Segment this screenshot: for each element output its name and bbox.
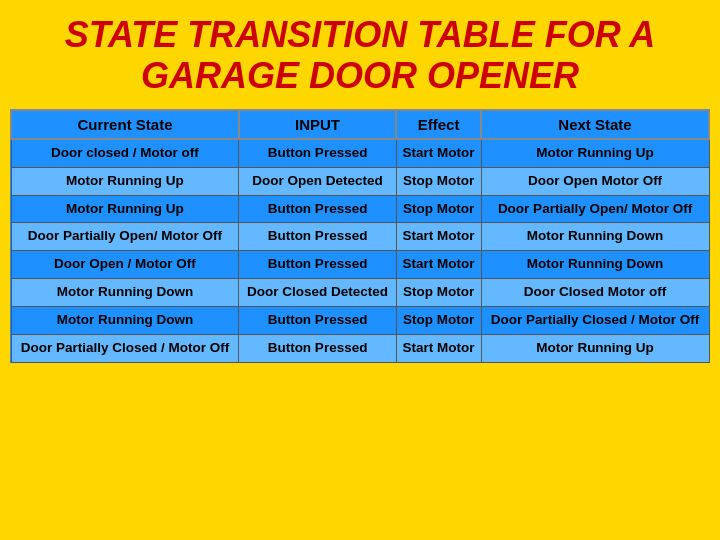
input-cell: Door Closed Detected	[239, 279, 396, 307]
next-state-cell: Motor Running Up	[481, 139, 709, 167]
current-state-cell: Motor Running Down	[11, 279, 239, 307]
effect-cell: Start Motor	[396, 334, 481, 362]
table-row: Door Partially Closed / Motor OffButton …	[11, 334, 709, 362]
table-row: Motor Running UpDoor Open DetectedStop M…	[11, 167, 709, 195]
table-row: Door closed / Motor offButton PressedSta…	[11, 139, 709, 167]
table-wrapper: Current State INPUT Effect Next State Do…	[0, 107, 720, 371]
table-row: Motor Running DownDoor Closed DetectedSt…	[11, 279, 709, 307]
next-state-cell: Door Partially Closed / Motor Off	[481, 307, 709, 335]
effect-cell: Start Motor	[396, 139, 481, 167]
table-row: Motor Running UpButton PressedStop Motor…	[11, 195, 709, 223]
input-cell: Button Pressed	[239, 334, 396, 362]
table-row: Motor Running DownButton PressedStop Mot…	[11, 307, 709, 335]
effect-cell: Stop Motor	[396, 279, 481, 307]
table-row: Door Partially Open/ Motor OffButton Pre…	[11, 223, 709, 251]
table-row: Door Open / Motor OffButton PressedStart…	[11, 251, 709, 279]
effect-cell: Start Motor	[396, 251, 481, 279]
input-cell: Door Open Detected	[239, 167, 396, 195]
input-cell: Button Pressed	[239, 139, 396, 167]
state-transition-table: Current State INPUT Effect Next State Do…	[10, 109, 710, 363]
effect-cell: Stop Motor	[396, 167, 481, 195]
input-cell: Button Pressed	[239, 223, 396, 251]
input-cell: Button Pressed	[239, 251, 396, 279]
next-state-cell: Motor Running Down	[481, 223, 709, 251]
col-header-current-state: Current State	[11, 110, 239, 139]
current-state-cell: Door Partially Open/ Motor Off	[11, 223, 239, 251]
page-header: STATE TRANSITION TABLE FOR A GARAGE DOOR…	[0, 0, 720, 107]
next-state-cell: Door Closed Motor off	[481, 279, 709, 307]
current-state-cell: Door Partially Closed / Motor Off	[11, 334, 239, 362]
next-state-cell: Door Partially Open/ Motor Off	[481, 195, 709, 223]
input-cell: Button Pressed	[239, 195, 396, 223]
current-state-cell: Motor Running Up	[11, 167, 239, 195]
col-header-next-state: Next State	[481, 110, 709, 139]
col-header-effect: Effect	[396, 110, 481, 139]
next-state-cell: Motor Running Down	[481, 251, 709, 279]
current-state-cell: Motor Running Down	[11, 307, 239, 335]
effect-cell: Start Motor	[396, 223, 481, 251]
next-state-cell: Motor Running Up	[481, 334, 709, 362]
effect-cell: Stop Motor	[396, 307, 481, 335]
current-state-cell: Door closed / Motor off	[11, 139, 239, 167]
page-title: STATE TRANSITION TABLE FOR A GARAGE DOOR…	[10, 14, 710, 97]
col-header-input: INPUT	[239, 110, 396, 139]
current-state-cell: Motor Running Up	[11, 195, 239, 223]
current-state-cell: Door Open / Motor Off	[11, 251, 239, 279]
next-state-cell: Door Open Motor Off	[481, 167, 709, 195]
input-cell: Button Pressed	[239, 307, 396, 335]
effect-cell: Stop Motor	[396, 195, 481, 223]
